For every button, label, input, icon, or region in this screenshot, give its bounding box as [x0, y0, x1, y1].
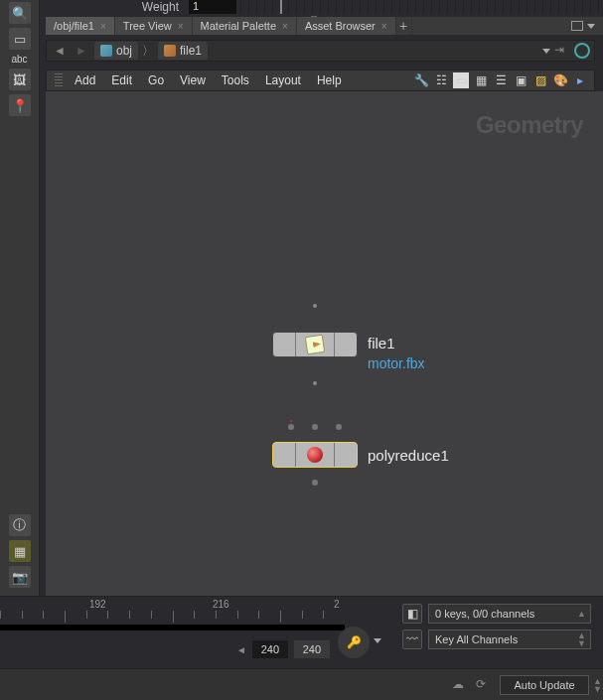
keyframe-menu-icon[interactable] — [374, 638, 381, 643]
left-shelf: 🔍 ▭ abc 🖼 📍 ⓘ ▦ 📷 — [0, 0, 40, 596]
menu-go[interactable]: Go — [140, 73, 172, 87]
tab-bar: /obj/file1× Tree View× Material Palette×… — [46, 17, 603, 35]
color-palette-icon[interactable]: 🎨 — [552, 72, 568, 88]
tab-tree-view[interactable]: Tree View× — [115, 17, 193, 35]
abc-label[interactable]: abc — [11, 54, 27, 65]
close-icon[interactable]: × — [381, 21, 387, 32]
node-file1[interactable]: file1 motor.fbx — [272, 332, 358, 357]
current-frame-field[interactable]: 240 — [252, 640, 288, 658]
magnify-icon[interactable]: 🔍 — [9, 2, 31, 24]
channel-list-icon[interactable]: 〰 — [402, 630, 422, 649]
key-all-channels-box[interactable]: Key All Channels▲▼ — [428, 630, 591, 649]
timeline: 192 216 2 ◄ 240 240 🔑 ◧ 0 keys, 0/0 chan… — [0, 596, 603, 668]
path-seg-obj[interactable]: obj — [94, 42, 138, 60]
timeline-tick-label: 216 — [213, 599, 229, 610]
add-tab-button[interactable]: + — [396, 17, 412, 35]
tab-asset-browser[interactable]: Asset Browser× — [297, 17, 396, 35]
status-bar: ☁ ⟳ Auto Update▲▼ — [0, 668, 603, 700]
menu-edit[interactable]: Edit — [103, 73, 140, 87]
keys-info-box[interactable]: 0 keys, 0/0 channels▲ — [428, 604, 591, 624]
tab-material-palette[interactable]: Material Palette× — [193, 17, 297, 35]
pane-split-icon[interactable] — [571, 21, 583, 31]
tab-obj-file1[interactable]: /obj/file1× — [46, 17, 115, 35]
node-inputs[interactable] — [270, 424, 360, 430]
follow-selection-icon[interactable] — [574, 43, 590, 59]
grid-view-icon[interactable]: ▦ — [473, 72, 489, 88]
timeline-scrollbar[interactable] — [0, 625, 345, 630]
network-menu-bar: Add Edit Go View Tools Layout Help 🔧 ☷ ▭… — [46, 70, 595, 91]
path-history-dropdown[interactable] — [542, 49, 550, 54]
node-file1-body[interactable] — [272, 332, 358, 357]
menu-tools[interactable]: Tools — [214, 73, 257, 87]
weight-param-value[interactable]: 1 — [189, 0, 236, 14]
grid-icon[interactable]: ▦ — [9, 540, 31, 562]
page-icon[interactable]: ▭ — [9, 28, 31, 50]
forward-button[interactable]: ► — [73, 42, 90, 60]
list-view-icon[interactable]: ▭ — [453, 72, 469, 88]
pane-menu-icon[interactable] — [587, 24, 595, 29]
weight-param-slider[interactable] — [240, 0, 603, 14]
file-node-icon — [305, 335, 325, 354]
node-output-icon[interactable] — [313, 381, 317, 385]
menu-help[interactable]: Help — [309, 73, 350, 87]
network-canvas[interactable]: Geometry file1 motor.fbx polyreduce1 — [46, 91, 603, 596]
auto-update-dropdown[interactable]: Auto Update▲▼ — [500, 675, 589, 695]
menu-view[interactable]: View — [172, 73, 214, 87]
wrench-icon[interactable]: 🔧 — [413, 72, 429, 88]
polyreduce-icon — [307, 447, 323, 463]
context-title: Geometry — [476, 111, 583, 139]
frame-prev-icon[interactable]: ◄ — [236, 644, 246, 655]
node-input-icon[interactable] — [313, 304, 317, 308]
image-icon[interactable]: 🖼 — [9, 69, 31, 90]
info-icon[interactable]: ⓘ — [9, 514, 31, 536]
end-frame-field[interactable]: 240 — [294, 640, 330, 658]
cloud-icon[interactable]: ☁ — [452, 677, 468, 693]
node-polyreduce1-label: polyreduce1 — [368, 447, 449, 464]
node-file1-filename: motor.fbx — [368, 355, 425, 371]
menu-layout[interactable]: Layout — [257, 73, 309, 87]
pin-path-icon[interactable]: ⇥ — [554, 43, 570, 59]
menu-add[interactable]: Add — [67, 73, 103, 87]
table-view-icon[interactable]: ☰ — [493, 72, 509, 88]
node-outputs[interactable] — [270, 480, 360, 486]
keyframe-knob[interactable]: 🔑 — [338, 627, 370, 658]
path-bar: ◄ ► obj 〉 file1 ⇥ — [46, 40, 595, 62]
weight-param-label: Weight — [40, 0, 189, 14]
params-icon[interactable]: ▣ — [513, 72, 528, 88]
close-icon[interactable]: × — [282, 21, 288, 32]
drag-handle-icon[interactable] — [55, 73, 63, 87]
path-seg-file1[interactable]: file1 — [158, 42, 208, 60]
camera-icon[interactable]: 📷 — [9, 566, 31, 588]
pin-icon[interactable]: 📍 — [9, 94, 31, 116]
timeline-tick-label: 2 — [334, 599, 340, 610]
back-button[interactable]: ◄ — [51, 42, 69, 60]
refresh-icon[interactable]: ⟳ — [476, 677, 492, 693]
close-icon[interactable]: × — [100, 21, 106, 32]
scope-channels-icon[interactable]: ◧ — [402, 604, 422, 624]
geo-icon — [164, 45, 176, 57]
timeline-tick-label: 192 — [89, 599, 106, 610]
obj-icon — [100, 45, 112, 57]
node-polyreduce1-body[interactable] — [272, 442, 358, 468]
tree-icon[interactable]: ☷ — [433, 72, 449, 88]
close-icon[interactable]: × — [178, 21, 184, 32]
node-file1-label: file1 — [368, 335, 395, 351]
node-polyreduce1[interactable]: polyreduce1 — [272, 442, 358, 468]
sticky-icon[interactable]: ▨ — [532, 72, 548, 88]
play-icon[interactable]: ▸ — [572, 72, 588, 88]
